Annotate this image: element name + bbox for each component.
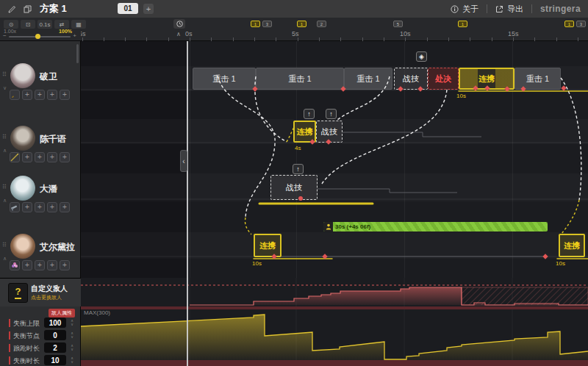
drag-handle-icon[interactable]: ⠿ xyxy=(2,72,7,77)
collapse-ruler-chevron[interactable]: ∧ xyxy=(176,31,181,37)
drag-handle-icon[interactable]: ⠿ xyxy=(2,243,7,248)
skill-block-normal[interactable]: 重击 1 xyxy=(256,68,344,90)
ruler-marker-badge[interactable]: 1 xyxy=(297,21,306,27)
collapse-chevron-icon[interactable]: ∨ xyxy=(3,85,7,91)
add-skill-button[interactable]: + xyxy=(35,152,45,162)
add-skill-button[interactable]: + xyxy=(47,202,57,212)
field-value-input[interactable]: 10 xyxy=(44,355,66,365)
weapon-icon[interactable] xyxy=(10,260,20,270)
collapse-chevron-icon[interactable]: ∧ xyxy=(3,198,7,204)
snap-interval-button[interactable]: 0.1s xyxy=(37,20,52,29)
field-stepper[interactable]: ∧∨ xyxy=(68,330,76,340)
skill-block-link[interactable]: 连携 xyxy=(293,121,316,143)
field-stepper[interactable]: ∧∨ xyxy=(68,355,76,365)
edit-icon[interactable] xyxy=(7,4,17,14)
ruler-tick xyxy=(82,37,83,41)
add-skill-button[interactable]: + xyxy=(47,260,57,270)
playhead[interactable] xyxy=(187,41,188,366)
ruler-marker-badge[interactable]: 1 xyxy=(251,21,260,27)
ruler-marker-badge[interactable]: 2 xyxy=(317,21,326,27)
field-value-input[interactable]: 2 xyxy=(44,342,66,353)
field-stepper[interactable]: ∧∨ xyxy=(68,317,76,328)
zoom-slider[interactable]: − + xyxy=(3,34,76,41)
drag-handle-icon[interactable]: ⠿ xyxy=(2,184,7,190)
add-skill-button[interactable]: + xyxy=(60,260,70,270)
switch-in-icon[interactable]: ↑ xyxy=(304,109,315,119)
weapon-icon[interactable] xyxy=(10,202,20,212)
character-avatar[interactable] xyxy=(10,176,35,201)
character-name: 艾尔黛拉 xyxy=(40,241,75,254)
zoom-in-button[interactable]: + xyxy=(73,32,76,39)
finisher-tag-icon[interactable]: ◈ xyxy=(416,51,427,62)
field-value-input[interactable]: 0 xyxy=(44,330,66,340)
skill-block-skill[interactable]: 战技 xyxy=(270,175,318,200)
duration-note: 4s xyxy=(295,145,301,151)
skill-block-normal[interactable]: 重击 1 xyxy=(344,68,392,90)
field-stepper[interactable]: ∧∨ xyxy=(68,342,76,353)
ruler-marker-badge[interactable]: 5 xyxy=(393,21,403,27)
sidebar-scrollbar[interactable] xyxy=(76,44,79,63)
clock-icon[interactable] xyxy=(173,19,185,29)
add-skill-button[interactable]: + xyxy=(22,90,32,100)
ruler-tick xyxy=(233,37,234,41)
add-skill-button[interactable]: + xyxy=(22,202,32,212)
collapse-chevron-icon[interactable]: ∧ xyxy=(3,256,7,262)
enemy-subtitle[interactable]: 点击更换敌人 xyxy=(31,294,62,301)
drag-handle-icon[interactable]: ⠿ xyxy=(2,134,7,140)
add-skill-button[interactable]: + xyxy=(22,260,32,270)
add-skill-button[interactable]: + xyxy=(47,152,57,162)
sidebar-collapse-handle[interactable]: ‹ xyxy=(180,150,187,172)
ruler-marker-badge[interactable]: 1 xyxy=(458,21,467,27)
ruler-marker-badge[interactable]: 1 xyxy=(564,21,574,27)
skill-block-normal[interactable]: 重击 1 xyxy=(193,68,256,90)
skill-block-skill[interactable]: 战技 xyxy=(316,121,343,143)
ruler-tick xyxy=(211,37,212,41)
skill-block-skill[interactable]: 战技 xyxy=(394,68,428,90)
target-icon-button[interactable]: ⊙ xyxy=(4,20,18,29)
duration-note: 10s xyxy=(456,93,466,99)
enemy-panel: ? 自定义敌人 点击更换敌人 敌人属性 失衡上限100∧∨失衡节点0∧∨踉跄时长… xyxy=(0,278,81,366)
add-page-button[interactable]: + xyxy=(143,4,154,14)
switch-in-icon[interactable]: ↑ xyxy=(326,109,337,119)
loop-icon-button[interactable]: ⇄ xyxy=(54,20,69,29)
ruler-marker-badge[interactable]: 3 xyxy=(262,21,272,27)
enemy-header[interactable]: ? 自定义敌人 点击更换敌人 xyxy=(0,279,81,306)
add-skill-button[interactable]: + xyxy=(60,90,70,100)
copy-icon[interactable] xyxy=(23,4,32,14)
weapon-icon[interactable] xyxy=(10,152,20,162)
ruler-marker-badge[interactable]: 3 xyxy=(576,21,586,27)
switch-in-icon[interactable]: ↑ xyxy=(293,164,304,174)
enemy-title: 自定义敌人 xyxy=(31,284,68,294)
zoom-out-button[interactable]: − xyxy=(3,32,7,39)
add-skill-button[interactable]: + xyxy=(60,152,70,162)
skill-block-linkseg[interactable]: 连携 xyxy=(459,68,514,90)
skill-block-link[interactable]: 连携 xyxy=(254,234,282,257)
character-avatar[interactable] xyxy=(10,234,35,259)
buff-duration-bar[interactable]: 30s (+4s 06f) xyxy=(323,222,548,232)
frame-icon-button[interactable]: ⊡ xyxy=(21,20,35,29)
export-button[interactable]: 导出 xyxy=(487,4,531,15)
field-value-input[interactable]: 100 xyxy=(44,317,66,328)
add-skill-button[interactable]: + xyxy=(35,260,45,270)
enemy-avatar-button[interactable]: ? xyxy=(8,283,28,303)
add-skill-button[interactable]: + xyxy=(35,202,45,212)
ruler-tick xyxy=(578,37,578,41)
title-bar: 方案 1 01 + 关于 导出 stringera xyxy=(0,0,588,18)
character-slot-row: ++++ xyxy=(10,202,70,212)
timeline-canvas[interactable]: 重击 1重击 1重击 1战技处决连携重击 1连携战技战技连携连携◈↑↑↑10s4… xyxy=(81,41,588,278)
page-number-badge[interactable]: 01 xyxy=(118,3,138,14)
weapon-icon[interactable] xyxy=(10,90,20,100)
collapse-chevron-icon[interactable]: ∧ xyxy=(3,148,7,154)
slider-knob[interactable] xyxy=(35,34,40,39)
character-avatar[interactable] xyxy=(10,126,35,151)
add-skill-button[interactable]: + xyxy=(35,90,45,100)
character-avatar[interactable] xyxy=(10,63,35,88)
skill-block-execute[interactable]: 处决 xyxy=(428,68,459,90)
add-skill-button[interactable]: + xyxy=(60,202,70,212)
skill-block-link[interactable]: 连携 xyxy=(559,234,585,257)
about-button[interactable]: 关于 xyxy=(442,4,487,15)
skill-block-normal[interactable]: 重击 1 xyxy=(514,68,561,90)
time-ruler[interactable]: -5s0s5s10s15s13125113 xyxy=(81,18,588,41)
add-skill-button[interactable]: + xyxy=(47,90,57,100)
add-skill-button[interactable]: + xyxy=(22,152,32,162)
